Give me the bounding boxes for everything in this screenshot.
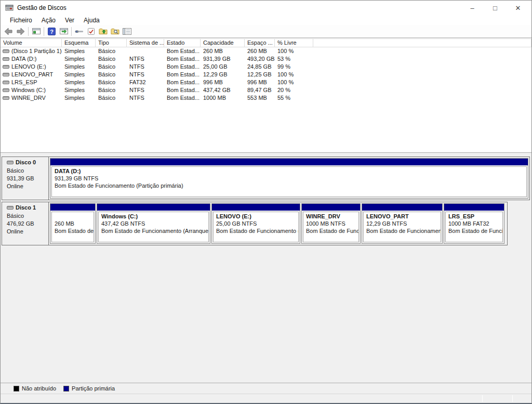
cell-capacidade: 996 MB (201, 79, 245, 86)
up-folder-icon[interactable] (97, 26, 109, 37)
properties-icon[interactable] (121, 26, 133, 37)
window-title: Gestão de Discos (17, 4, 66, 11)
cell-sistema (127, 47, 164, 55)
cell-estado: Bom Estad... (164, 47, 201, 55)
cell-esquema: Simples (62, 55, 96, 63)
partition-status: Bom Estado de Funcionamento (366, 227, 438, 234)
show-window-icon[interactable] (58, 26, 70, 37)
cell-tipo: Básico (96, 63, 127, 71)
cell-capacidade: 1000 MB (201, 94, 245, 102)
cell-livre: 53 % (275, 55, 313, 63)
menu-acao[interactable]: Ação (37, 17, 60, 24)
partition-color-strip (50, 204, 95, 211)
volume-icon (3, 73, 9, 76)
partition-size: 931,39 GB NTFS (55, 175, 524, 182)
minimize-button[interactable]: – (461, 1, 484, 15)
column-header-capacidade[interactable]: Capacidade (201, 39, 245, 47)
partition-lenovo-part[interactable]: LENOVO_PART 12,29 GB NTFS Bom Estado de … (362, 203, 443, 244)
table-row[interactable]: DATA (D:) Simples Básico NTFS Bom Estad.… (1, 55, 531, 63)
volume-icon (3, 96, 9, 100)
cell-capacidade: 437,42 GB (201, 86, 245, 94)
forward-icon[interactable] (15, 26, 26, 37)
console-tree-icon[interactable] (30, 26, 42, 37)
disk-1-info-panel[interactable]: Disco 1 Básico 476,92 GB Online (2, 202, 49, 245)
volume-name: LENOVO_PART (11, 71, 53, 79)
table-row[interactable]: WINRE_DRV Simples Básico NTFS Bom Estad.… (1, 94, 531, 102)
menu-ficheiro[interactable]: Ficheiro (5, 17, 37, 24)
partition-260mb[interactable]: 260 MB Bom Estado de Fu (50, 203, 96, 244)
partition-title: LENOVO (E:) (216, 213, 296, 220)
disk-0-info-panel[interactable]: Disco 0 Básico 931,39 GB Online (2, 157, 49, 200)
partition-data-d[interactable]: DATA (D:) 931,39 GB NTFS Bom Estado de F… (50, 158, 528, 199)
column-header-volume[interactable]: Volume (1, 39, 62, 47)
disk-type: Básico (7, 212, 48, 220)
table-row[interactable]: LENOVO (E:) Simples Básico NTFS Bom Esta… (1, 63, 531, 71)
column-header-livre[interactable]: % Livre (275, 39, 313, 47)
partition-status: Bom Estado de Funcio (306, 227, 356, 234)
partition-size: 12,29 GB NTFS (366, 220, 438, 227)
volume-list-header: Volume Esquema Tipo Sistema de ... Estad… (1, 38, 531, 47)
status-bar-divider (482, 395, 483, 402)
maximize-button[interactable]: □ (484, 1, 507, 15)
graphical-view: Disco 0 Básico 931,39 GB Online DATA (D:… (1, 155, 531, 383)
partition-lrs-esp[interactable]: LRS_ESP 1000 MB FAT32 Bom Estado de Func… (444, 203, 504, 244)
cell-capacidade: 12,29 GB (201, 71, 245, 79)
menu-ver[interactable]: Ver (60, 17, 79, 24)
svg-text:?: ? (50, 28, 54, 34)
cell-espaco: 493,20 GB (245, 55, 275, 63)
column-header-estado[interactable]: Estado (164, 39, 201, 47)
legend-label: Partição primária (72, 385, 115, 392)
column-header-esquema[interactable]: Esquema (62, 39, 96, 47)
volume-name: LENOVO (E:) (11, 63, 46, 71)
partition-status: Bom Estado de Funcionamento (Arranque, F (101, 227, 206, 234)
disk-1-partitions: 260 MB Bom Estado de Fu Windows (C:) 437… (48, 202, 508, 245)
partition-status: Bom Estado de Fu (55, 227, 91, 234)
cell-livre: 99 % (275, 63, 313, 71)
partition-size: 25,00 GB NTFS (216, 220, 296, 227)
partition-color-strip (302, 204, 360, 211)
menu-bar: Ficheiro Ação Ver Ajuda (1, 15, 531, 25)
column-header-sistema[interactable]: Sistema de ... (127, 39, 164, 47)
column-header-tipo[interactable]: Tipo (96, 39, 127, 47)
partition-winre-drv[interactable]: WINRE_DRV 1000 MB NTFS Bom Estado de Fun… (301, 203, 361, 244)
check-list-icon[interactable] (85, 26, 97, 37)
status-bar-divider (512, 395, 513, 402)
back-icon[interactable] (3, 26, 15, 37)
cell-sistema: FAT32 (127, 79, 164, 86)
table-row[interactable]: LENOVO_PART Simples Básico NTFS Bom Esta… (1, 71, 531, 79)
partition-color-strip (97, 204, 210, 211)
cell-esquema: Simples (62, 94, 96, 102)
cell-capacidade: 260 MB (201, 47, 245, 55)
partition-title (55, 213, 91, 220)
help-icon[interactable]: ? (46, 26, 58, 37)
legend-bar: Não atribuído Partição primária (1, 383, 531, 394)
toolbar-separator (44, 27, 44, 36)
menu-ajuda[interactable]: Ajuda (79, 17, 104, 24)
partition-status: Bom Estado de Funcio (448, 227, 500, 234)
volume-icon (3, 65, 9, 69)
volume-icon (3, 57, 9, 61)
cell-livre: 100 % (275, 79, 313, 86)
cell-livre: 55 % (275, 94, 313, 102)
table-row[interactable]: Windows (C:) Simples Básico NTFS Bom Est… (1, 86, 531, 94)
disk-icon (7, 161, 14, 164)
table-row[interactable]: (Disco 1 Partição 1) Simples Básico Bom … (1, 47, 531, 55)
partition-status: Bom Estado de Funcionamento (Partição pr… (55, 182, 524, 189)
column-header-espaco[interactable]: Espaço ... (245, 39, 275, 47)
table-row[interactable]: LRS_ESP Simples Básico FAT32 Bom Estad..… (1, 79, 531, 86)
close-button[interactable]: ✕ (507, 1, 529, 15)
partition-windows-c[interactable]: Windows (C:) 437,42 GB NTFS Bom Estado d… (97, 203, 210, 244)
volume-name: (Disco 1 Partição 1) (11, 47, 62, 55)
partition-size: 1000 MB FAT32 (448, 220, 500, 227)
cell-tipo: Básico (96, 71, 127, 79)
volume-icon (3, 88, 9, 92)
explore-folder-icon[interactable] (109, 26, 121, 37)
cell-livre: 100 % (275, 71, 313, 79)
partition-color-strip (362, 204, 442, 211)
disk-0-partitions: DATA (D:) 931,39 GB NTFS Bom Estado de F… (48, 157, 530, 200)
tools-icon[interactable] (73, 26, 85, 37)
partition-lenovo-e[interactable]: LENOVO (E:) 25,00 GB NTFS Bom Estado de … (211, 203, 300, 244)
cell-tipo: Básico (96, 86, 127, 94)
cell-capacidade: 25,00 GB (201, 63, 245, 71)
app-icon (5, 4, 14, 12)
